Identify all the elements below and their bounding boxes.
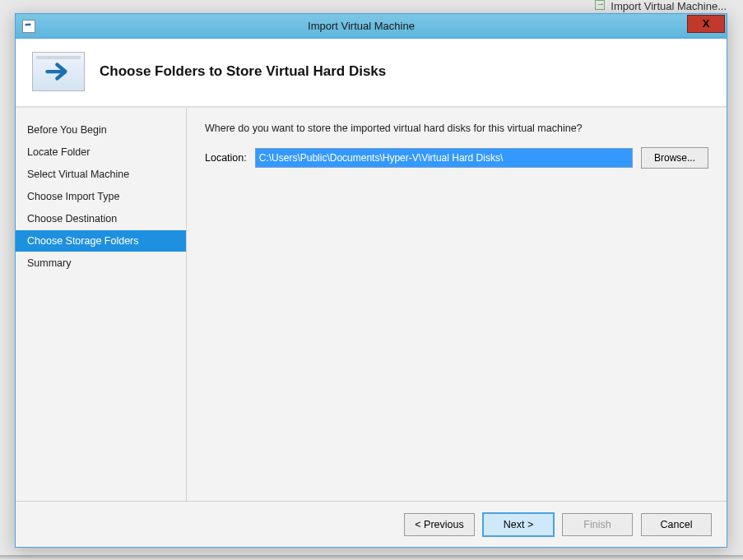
import-glyph-icon: [595, 0, 605, 10]
location-row: Location: Browse...: [205, 147, 708, 169]
app-icon: [22, 20, 35, 33]
location-label: Location:: [205, 152, 247, 164]
parent-action-hint: Import Virtual Machine...: [578, 0, 743, 12]
wizard-step-icon: [32, 52, 85, 91]
browse-button[interactable]: Browse...: [641, 147, 708, 169]
sidebar-item-choose-storage-folders[interactable]: Choose Storage Folders: [16, 230, 186, 252]
wizard-footer: < Previous Next > Finish Cancel: [16, 501, 727, 547]
wizard-header: Choose Folders to Store Virtual Hard Dis…: [16, 39, 727, 107]
location-input[interactable]: [255, 148, 633, 168]
arrow-right-icon: [44, 60, 72, 83]
sidebar-item-locate-folder[interactable]: Locate Folder: [16, 141, 186, 163]
finish-button: Finish: [562, 513, 633, 536]
parent-action-text: Import Virtual Machine...: [611, 0, 727, 12]
titlebar: Import Virtual Machine X: [16, 14, 727, 39]
wizard-body: Before You Begin Locate Folder Select Vi…: [16, 107, 727, 501]
sidebar-item-choose-destination[interactable]: Choose Destination: [16, 208, 186, 229]
sidebar-item-before-you-begin[interactable]: Before You Begin: [16, 119, 186, 141]
wizard-content: Where do you want to store the imported …: [187, 108, 727, 501]
prompt-text: Where do you want to store the imported …: [205, 123, 708, 134]
wizard-steps-sidebar: Before You Begin Locate Folder Select Vi…: [16, 108, 187, 501]
previous-button[interactable]: < Previous: [404, 513, 475, 536]
close-button[interactable]: X: [687, 15, 725, 33]
cancel-button[interactable]: Cancel: [641, 513, 712, 536]
bottom-shadow: [0, 555, 743, 560]
next-button[interactable]: Next >: [483, 513, 554, 536]
page-title: Choose Folders to Store Virtual Hard Dis…: [100, 63, 386, 80]
sidebar-item-summary[interactable]: Summary: [16, 252, 186, 274]
sidebar-item-choose-import-type[interactable]: Choose Import Type: [16, 186, 186, 207]
window-title: Import Virtual Machine: [35, 20, 687, 32]
sidebar-item-select-virtual-machine[interactable]: Select Virtual Machine: [16, 164, 186, 185]
import-wizard-dialog: Import Virtual Machine X Choose Folders …: [15, 13, 727, 548]
